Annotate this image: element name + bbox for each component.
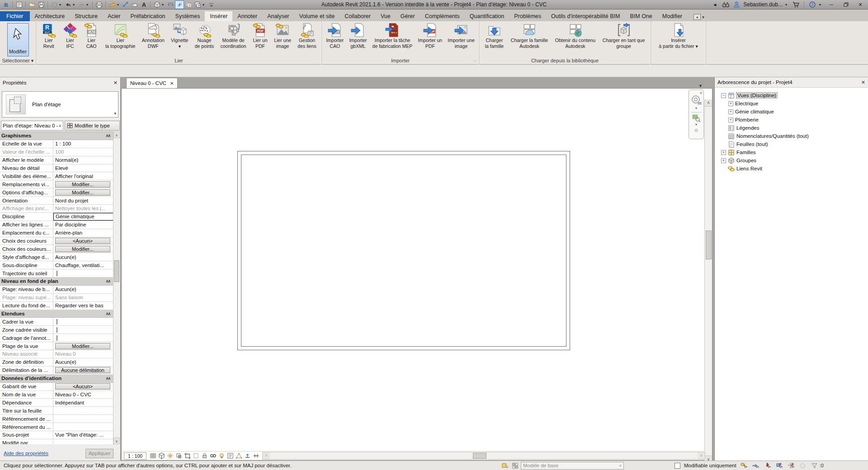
expand-icon[interactable]: + (728, 118, 733, 122)
help-icon[interactable]: ? (808, 1, 816, 9)
navbar-collapse-icon[interactable]: ⊖ (694, 128, 698, 133)
undo-chevron-icon[interactable]: ▾ (73, 3, 76, 7)
view-3d-icon[interactable] (153, 1, 161, 9)
ribbon-tab-syst-mes[interactable]: Systèmes (170, 11, 205, 21)
worksets-icon[interactable] (501, 462, 509, 469)
scroll-up-icon[interactable]: ∧ (705, 99, 712, 107)
modifier-button[interactable]: Modifier (7, 23, 29, 56)
mod-le-de-coordination-button[interactable]: Modèle decoordination (219, 22, 248, 49)
charger-la-famille-button[interactable]: Chargerla famille (484, 22, 505, 49)
collapse-chevron-icon[interactable]: ∧∧ (106, 376, 110, 381)
tree-item-l-gendes[interactable]: Légendes (715, 124, 868, 132)
ribbon-tab-probl-mes[interactable]: Problèmes (509, 11, 546, 21)
properties-help-link[interactable]: Aide des propriétés (4, 451, 48, 456)
nuage-de-points-button[interactable]: Nuagede points (193, 22, 216, 49)
property-checkbox[interactable] (57, 327, 57, 333)
type-combo-chevron-icon[interactable]: ∨ (58, 123, 61, 128)
reveal-hidden-icon[interactable] (218, 452, 225, 460)
property-button[interactable]: Modifier... (55, 189, 110, 196)
detail-level-icon[interactable] (149, 452, 156, 460)
back-arrow-icon[interactable]: ◂ (711, 1, 719, 9)
ribbon-tab-compl-ments[interactable]: Compléments (420, 11, 465, 21)
view-3d-chevron-icon[interactable]: ▾ (162, 3, 165, 7)
vignette---button[interactable]: Vignette▾ (170, 22, 189, 49)
save-icon[interactable] (37, 1, 45, 9)
user-menu-chevron-icon[interactable]: ▾ (785, 3, 789, 7)
close-inactive-icon[interactable] (184, 1, 193, 9)
collapse-chevron-icon[interactable]: ∧∧ (106, 311, 110, 316)
ribbon-tab-analyser[interactable]: Analyser (262, 11, 294, 21)
type-selector-chevron-icon[interactable]: ▾ (114, 111, 116, 116)
redo-chevron-icon[interactable]: ▾ (86, 3, 90, 7)
property-button[interactable]: Modifier... (55, 181, 110, 188)
ribbon-tab-outils-d-interop-rabilit-bim[interactable]: Outils d'interopérabilité BIM (546, 11, 625, 21)
scroll-up-icon[interactable]: ∧ (113, 132, 120, 138)
shadows-icon[interactable] (175, 452, 182, 460)
ribbon-collapse-icon[interactable]: ▴ (693, 14, 701, 20)
horizontal-scrollbar[interactable]: ‹ › (262, 452, 705, 460)
ribbon-tab-structure[interactable]: Structure (70, 11, 103, 21)
print-icon[interactable] (95, 1, 103, 9)
ribbon-tab-fichier[interactable]: Fichier (0, 11, 30, 21)
ribbon-tab-quantification[interactable]: Quantification (465, 11, 509, 21)
scroll-thumb[interactable] (114, 260, 119, 282)
scroll-left-icon[interactable]: ‹ (263, 452, 270, 459)
collapse-icon[interactable]: − (721, 93, 726, 98)
select-by-face-icon[interactable] (775, 462, 783, 469)
dimension-icon[interactable] (122, 1, 130, 9)
ribbon-tab-vue[interactable]: Vue (376, 11, 396, 21)
ribbon-tab-volume-et-site[interactable]: Volume et site (294, 11, 340, 21)
redo-icon[interactable] (77, 1, 85, 9)
crop-lock-icon[interactable] (201, 452, 208, 460)
close-button[interactable]: ✕ (854, 1, 866, 9)
temporary-view-properties-icon[interactable] (226, 452, 234, 460)
switch-windows-icon[interactable] (193, 1, 202, 9)
sun-path-icon[interactable] (166, 452, 174, 460)
crop-view-icon[interactable] (192, 452, 199, 460)
tree-item-familles[interactable]: +Familles (715, 148, 868, 156)
open-icon[interactable] (28, 1, 36, 9)
search-binoculars-icon[interactable] (722, 1, 730, 9)
apply-button[interactable]: Appliquer (85, 449, 113, 458)
lier-cao-button[interactable]: CADLierCAO (83, 22, 100, 49)
help-menu-chevron-icon[interactable]: ▾ (819, 3, 823, 7)
tree-item-electrique[interactable]: +Electrique (715, 99, 868, 108)
obtenir-du-contenu-autodesk-button[interactable]: Obtenir du contenuAutodesk (554, 22, 597, 49)
select-links-icon[interactable] (740, 462, 748, 469)
dropdown-chevron-icon[interactable]: ∨ (619, 464, 622, 468)
property-checkbox[interactable] (57, 319, 57, 324)
type-selector[interactable]: Plan d'étage ▾ (2, 91, 118, 118)
revit-logo-icon[interactable]: R (2, 1, 10, 9)
view-tab-overflow-icon[interactable]: ▼ (698, 84, 703, 88)
gestion-des-liens-button[interactable]: Gestiondes liens (296, 22, 317, 49)
tree-item-vues-discipline-[interactable]: −Vues (Discipline) (715, 91, 868, 99)
view-scale-button[interactable]: 1 : 100 (124, 452, 146, 460)
file-info-icon[interactable] (15, 1, 23, 9)
type-combo[interactable]: Plan d'étage: Niveau 0 - ∨ (1, 121, 63, 131)
tree-item-liens-revit[interactable]: Liens Revit (715, 164, 868, 173)
navbar-close-icon[interactable]: ⊗ (699, 91, 703, 95)
undo-icon[interactable] (64, 1, 72, 9)
tree-item-g-nie-climatique[interactable]: +Génie climatique (715, 108, 868, 116)
temporary-hide-isolate-icon[interactable] (209, 452, 217, 460)
tree-item-groupes[interactable]: +Groupes (715, 156, 868, 164)
tree-item-nomenclatures-quantit-s-tout-[interactable]: Nomenclatures/Quantités (tout) (715, 132, 868, 140)
highlight-displacement-icon[interactable] (244, 452, 251, 460)
ribbon-collapse-chevron-icon[interactable]: ▾ (702, 15, 704, 19)
base-model-dropdown[interactable]: Modèle de base∨ (521, 462, 624, 470)
sync-chevron-icon[interactable]: ▾ (59, 3, 63, 7)
lier-la-topographie-button[interactable]: Lierla topographie (104, 22, 137, 49)
tag-icon[interactable] (131, 1, 139, 9)
property-section-etendues[interactable]: Etendues∧∧ (0, 310, 113, 318)
project-browser-close-icon[interactable]: ✕ (861, 80, 865, 85)
crop-region-outer[interactable] (237, 151, 570, 350)
reveal-constraints-icon[interactable] (252, 452, 259, 460)
ribbon-tab-collaborer[interactable]: Collaborer (340, 11, 376, 21)
cart-icon[interactable] (792, 1, 800, 9)
view-tab-close-icon[interactable]: ✕ (170, 81, 174, 86)
importer-cao-button[interactable]: CADImporterCAO (325, 22, 345, 49)
annotation-dwf-button[interactable]: AnnotationDWF (141, 22, 166, 49)
edit-type-button[interactable]: Modifier le type (65, 121, 120, 131)
signed-in-user[interactable]: Sebastien.dub... (743, 1, 783, 8)
property-section-graphismes[interactable]: Graphismes∧∧ (0, 132, 113, 140)
